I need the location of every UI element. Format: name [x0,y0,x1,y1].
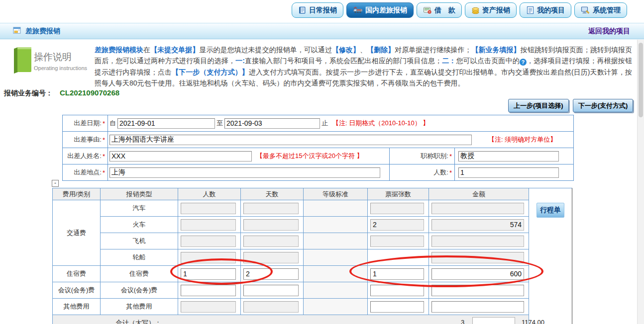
form-icon [13,27,21,36]
expense-type: 住宿费 [101,266,178,282]
expense-category: 住宿费 [53,266,100,282]
expense-type: 轮船 [101,249,178,265]
column-header: 人数 [178,188,240,200]
tickets-cell [368,299,429,315]
top-nav: 日常报销国内差旅报销借 款资产报销我的项目系统管理 [0,2,627,18]
title-rank-row [455,148,573,164]
nav-tab-daily[interactable]: 日常报销 [292,2,343,18]
expense-type: 汽车 [101,200,178,216]
reason-input[interactable] [109,135,472,145]
next-step-button[interactable]: 下一步(支付方式) [573,99,634,112]
date-suffix: 止 [322,119,328,128]
people-input[interactable] [458,167,559,178]
days-cell [241,266,303,282]
amount-cell [429,200,529,216]
days-cell [241,249,303,265]
飞机-people-input [181,236,236,247]
date-from-input[interactable] [117,118,215,129]
nav-tab-projects[interactable]: 我的项目 [520,2,571,18]
汽车-tickets-input [370,203,424,214]
expense-type: 其他费用 [101,299,178,315]
operation-instructions-text: 差旅费报销模块在【未提交单据】显示的是您填过未提交的报销单，可以通过【修改】、【… [95,44,632,89]
nav-tab-domestic-travel[interactable]: 国内差旅报销 [346,2,414,18]
instruction-highlight: 二： [442,57,456,65]
nav-tab-label: 日常报销 [309,6,337,15]
people-row [455,164,573,180]
standard-cell [304,217,367,233]
uppercase-amount-box[interactable] [472,317,515,324]
traveler-row: 【最多不超过15个汉字或20个字符 】 [108,148,389,164]
expense-type: 会议(会务)费 [101,282,178,298]
tickets-cell [368,282,429,298]
vertical-scrollbar[interactable] [637,40,644,324]
住宿费-amount-input[interactable] [431,268,524,280]
days-cell [241,200,303,216]
coins-icon [471,6,480,14]
days-cell [241,233,303,249]
会议(会务)费-tickets-input[interactable] [370,285,424,296]
step-buttons: 上一步(项目选择) 下一步(支付方式) [508,99,633,112]
飞机-tickets-input [370,236,424,247]
totals-row: 合计（大写）： 3 1174.00 [53,315,529,324]
biz-number-line: 报销业务编号：CL202109070268 [4,88,119,98]
nav-tab-loan[interactable]: 借 款 [417,2,462,18]
住宿费-days-input[interactable] [243,268,299,280]
nav-tab-label: 国内差旅报销 [365,6,407,15]
火车-tickets-input [370,219,424,231]
people-cell [178,299,240,315]
date-to-input[interactable] [224,118,320,129]
instruction-text: 在 [143,46,150,54]
help-icon: ? [520,59,527,66]
tickets-cell [368,266,429,282]
reason-label: 出差事由:* [63,132,107,148]
traveler-note: 【最多不超过15个汉字或20个字符 】 [256,152,363,161]
其他费用-tickets-input[interactable] [370,301,424,313]
nav-tab-label: 系统管理 [593,6,621,15]
nav-tab-system[interactable]: 系统管理 [574,2,627,18]
itinerary-button[interactable]: 行程单 [537,203,564,218]
汽车-days-input [243,203,299,214]
住宿费-tickets-input[interactable] [370,268,424,280]
loan-icon [423,6,432,14]
instruction-highlight: 【未提交单据】 [150,46,199,54]
nav-tab-asset[interactable]: 资产报销 [465,2,517,18]
火车-days-input [243,219,299,231]
instruction-text: 、 [360,46,367,54]
nav-tab-label: 借 款 [434,6,455,15]
tickets-total: 3 [461,319,464,324]
prev-step-button[interactable]: 上一步(项目选择) [508,99,569,112]
instruction-highlight: 【新业务填报】 [471,46,520,54]
date-from-prefix: 自 [109,119,116,128]
collapse-toggle[interactable]: - [52,180,59,187]
轮船-people-input [181,252,236,263]
instruction-text: 您可以点击页面中的 [456,57,519,65]
standard-cell [304,299,367,315]
住宿费-people-input[interactable] [181,268,236,280]
notebook-icon [298,6,307,14]
people-cell [178,266,240,282]
飞机-amount-input [431,236,524,247]
火车-people-input [181,219,236,231]
days-cell [241,299,303,315]
instruction-highlight: 【修改】 [332,46,360,54]
amount-cell [429,233,529,249]
其他费用-amount-input[interactable] [431,301,524,313]
amount-cell [429,249,529,265]
飞机-days-input [243,236,299,247]
会议(会务)费-people-input[interactable] [181,285,236,296]
traveler-input[interactable] [109,151,252,162]
trip-date-row: 自 至 止 【注: 日期格式（2010-10-10） 】 [108,115,573,131]
instruction-highlight: 【下一步（支付方式）】 [172,68,249,76]
汽车-people-input [181,203,236,214]
会议(会务)费-days-input[interactable] [243,285,299,296]
page-title: 差旅费报销 [13,27,60,36]
tickets-cell [368,217,429,233]
back-to-projects-link[interactable]: 返回我的项目 [588,27,630,36]
scrollbar-thumb[interactable] [639,43,643,117]
expense-category: 会议(会务)费 [53,282,100,298]
title-rank-input[interactable] [458,151,559,162]
会议(会务)费-amount-input[interactable] [431,285,524,296]
destination-input[interactable] [109,167,380,178]
instructions-title: 操作说明 Operating instructions [34,51,87,71]
biz-number-value: CL202109070268 [60,88,119,97]
